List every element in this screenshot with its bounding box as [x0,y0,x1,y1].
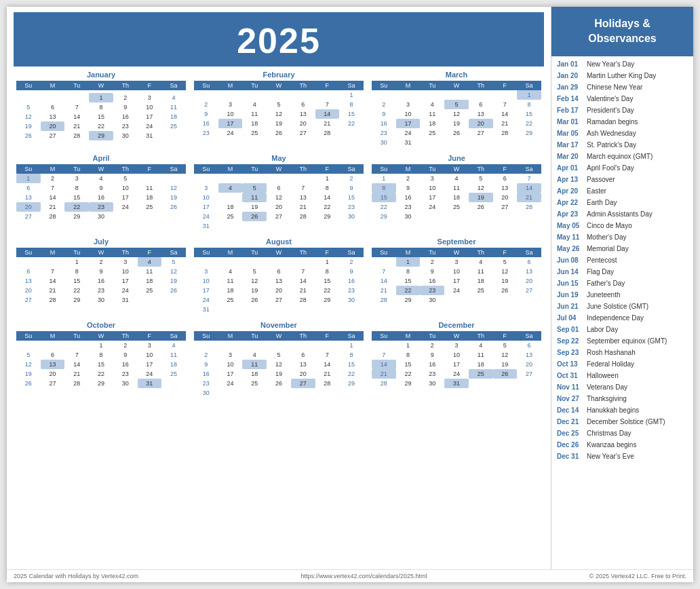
holiday-item: Mar 05Ash Wednesday [557,128,688,140]
holiday-name: Admin Assistants Day [587,210,653,219]
holiday-date: Mar 05 [557,129,583,138]
holiday-item: May 05Cinco de Mayo [557,221,688,232]
footer: 2025 Calendar with Holidays by Vertex42.… [7,569,693,582]
month-december: December SuMTuWThFSa 123456 78910111213 … [372,321,541,398]
holiday-date: Jan 29 [557,83,583,92]
holiday-date: Dec 14 [557,406,583,415]
month-january: January SuMTuWThFSa 1234 567891011 [16,71,186,147]
holiday-name: Mother's Day [587,233,627,242]
holiday-item: May 26Memorial Day [557,244,688,255]
holiday-date: Jun 21 [557,302,583,311]
month-june: June SuMTuWThFSa 1234567 891011121314 15… [372,154,541,231]
holiday-name: Earth Day [587,198,617,208]
holiday-date: Nov 11 [557,383,583,392]
holiday-name: Federal Holiday [587,360,634,369]
holiday-name: December Solstice (GMT) [587,417,665,427]
holiday-item: Jun 21June Solstice (GMT) [557,301,688,313]
month-title-october: October [16,321,186,329]
months-grid: January SuMTuWThFSa 1234 567891011 [14,66,544,402]
month-may: May SuMTuWThFSa 12 3456789 101112131415 [194,154,364,231]
holiday-date: Jun 15 [557,279,583,288]
holiday-date: Dec 31 [557,452,583,461]
holiday-item: Feb 17President's Day [557,105,688,117]
holiday-date: May 05 [557,221,583,231]
holiday-date: Feb 17 [557,106,583,115]
holiday-item: Jun 08Pentecost [557,255,688,267]
month-title-march: March [372,71,541,79]
holiday-name: St. Patrick's Day [587,140,636,150]
sidebar-header-text: Holidays &Observances [588,16,657,47]
holiday-name: Easter [587,187,606,196]
month-august: August SuMTuWThFSa 12 3456789 1011121314… [194,238,364,314]
holiday-name: Ash Wednesday [587,129,636,138]
holiday-item: Sep 23Rosh Hashanah [557,347,688,359]
holiday-item: Jan 29Chinese New Year [557,82,688,94]
holiday-date: Jun 14 [557,267,583,277]
holiday-date: Jun 08 [557,256,583,265]
month-title-january: January [16,71,186,79]
footer-left: 2025 Calendar with Holidays by Vertex42.… [14,573,138,580]
holiday-item: Jan 20Martin Luther King Day [557,71,688,82]
holiday-name: New Year's Eve [587,452,634,461]
holiday-date: Apr 22 [557,198,583,208]
holiday-date: Dec 25 [557,429,583,438]
holiday-item: Apr 23Admin Assistants Day [557,209,688,221]
holiday-name: Martin Luther King Day [587,71,656,81]
holiday-item: Dec 21December Solstice (GMT) [557,417,688,428]
holiday-name: Ramadan begins [587,117,638,127]
holiday-date: May 11 [557,233,583,242]
footer-right: © 2025 Vertex42 LLC. Free to Print. [589,573,686,580]
year-header: 2025 [14,12,544,66]
holiday-date: Apr 13 [557,175,583,185]
month-march: March SuMTuWThFSa 1 2345678 910111213141… [372,71,541,147]
holiday-item: Apr 13Passover [557,174,688,186]
month-november: November SuMTuWThFSa 1 2345678 910111213… [194,321,364,398]
holiday-item: Jul 04Independence Day [557,313,688,324]
holiday-name: Independence Day [587,314,644,323]
main-content: 2025 January SuMTuWThFSa 1234 [7,7,693,569]
holiday-item: Mar 17St. Patrick's Day [557,140,688,151]
month-july: July SuMTuWThFSa 12345 6789101112 131415… [16,238,186,314]
holiday-item: Nov 27Thanksgiving [557,394,688,405]
holiday-date: Oct 31 [557,371,583,381]
holiday-name: Pentecost [587,256,617,265]
holiday-item: Oct 13Federal Holiday [557,359,688,370]
holiday-name: Veterans Day [587,383,627,392]
holiday-name: New Year's Day [587,60,634,69]
sidebar-header: Holidays &Observances [551,7,693,56]
month-title-december: December [372,321,541,329]
holiday-date: Mar 17 [557,140,583,150]
year-label: 2025 [237,21,321,60]
holiday-name: Father's Day [587,279,625,288]
month-title-april: April [16,154,186,162]
holiday-item: Mar 01Ramadan begins [557,117,688,128]
holiday-name: Hanukkah begins [587,406,639,415]
holiday-name: Memorial Day [587,244,629,254]
holiday-name: Christmas Day [587,429,631,438]
month-title-may: May [194,154,364,162]
month-title-july: July [16,238,186,246]
holiday-date: Dec 26 [557,440,583,450]
calendar-section: 2025 January SuMTuWThFSa 1234 [7,7,551,569]
holiday-name: Halloween [587,371,619,381]
sidebar: Holidays &Observances Jan 01New Year's D… [551,7,693,569]
holiday-date: May 26 [557,244,583,254]
holiday-name: Kwanzaa begins [587,440,636,450]
holiday-item: Oct 31Halloween [557,370,688,382]
holiday-name: Passover [587,175,615,185]
holiday-name: March equinox (GMT) [587,152,653,162]
holiday-name: Flag Day [587,267,614,277]
month-february: February SuMTuWThFSa 1 2345678 910111213… [194,71,364,147]
holiday-name: September equinox (GMT) [587,337,667,346]
holiday-name: Valentine's Day [587,94,633,104]
holiday-name: Rosh Hashanah [587,348,636,358]
holiday-name: Chinese New Year [587,83,642,92]
holiday-date: Sep 23 [557,348,583,358]
holiday-date: Mar 01 [557,117,583,127]
month-title-november: November [194,321,364,329]
holiday-item: Jan 01New Year's Day [557,59,688,71]
holiday-item: Feb 14Valentine's Day [557,94,688,105]
page: 2025 January SuMTuWThFSa 1234 [7,7,693,582]
holiday-name: Juneteenth [587,290,621,300]
holiday-date: Nov 27 [557,394,583,404]
